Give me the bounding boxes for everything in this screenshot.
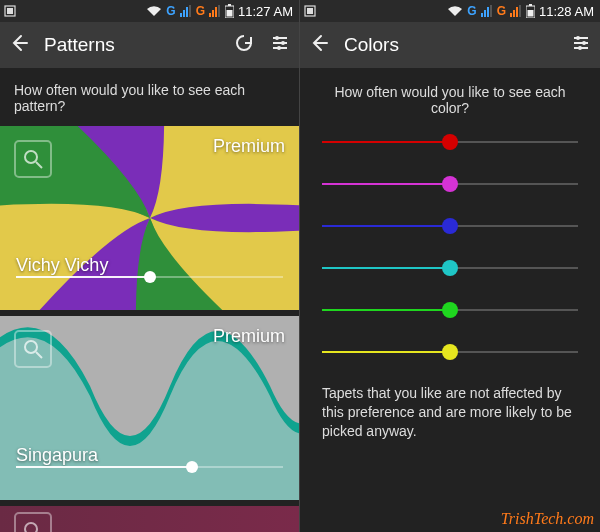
svg-rect-1 [7, 8, 13, 14]
svg-rect-5 [189, 5, 191, 17]
sim2-label: G [497, 4, 506, 18]
phone-colors: G G 11:28 AM Colors How often would you … [300, 0, 600, 532]
signal1-icon [180, 5, 192, 17]
wifi-icon [146, 5, 162, 17]
color-frequency-slider[interactable] [322, 134, 578, 150]
page-title: Patterns [44, 34, 219, 56]
wifi-icon [447, 5, 463, 17]
watermark: TrishTech.com [501, 510, 594, 528]
colors-footnote: Tapets that you like are not affected by… [300, 360, 600, 441]
settings-sliders-icon[interactable] [269, 33, 291, 57]
pattern-name: Vichy Vichy [16, 255, 108, 276]
magnify-icon [23, 339, 43, 359]
svg-point-44 [578, 46, 582, 50]
action-bar: Colors [300, 22, 600, 68]
svg-point-22 [25, 341, 37, 353]
svg-rect-30 [487, 7, 489, 17]
color-frequency-slider[interactable] [322, 344, 578, 360]
sim1-label: G [166, 4, 175, 18]
screenshot-icon [304, 5, 316, 17]
screenshot-icon [4, 5, 16, 17]
preview-button[interactable] [14, 512, 52, 532]
color-frequency-slider[interactable] [322, 260, 578, 276]
svg-point-18 [277, 46, 281, 50]
svg-point-40 [576, 36, 580, 40]
pattern-list[interactable]: Premium Vichy Vichy [0, 126, 299, 532]
svg-rect-31 [490, 5, 492, 17]
colors-content: How often would you like to see each col… [300, 68, 600, 532]
signal1-icon [481, 5, 493, 17]
color-slider-list [300, 134, 600, 360]
pattern-card[interactable]: Premium Vichy Vichy [0, 126, 299, 310]
svg-rect-34 [516, 7, 518, 17]
svg-rect-28 [481, 13, 483, 17]
svg-point-42 [582, 41, 586, 45]
status-bar: G G 11:28 AM [300, 0, 600, 22]
svg-point-19 [25, 151, 37, 163]
back-icon[interactable] [8, 33, 30, 57]
pattern-frequency-slider[interactable] [16, 276, 283, 292]
back-icon[interactable] [308, 33, 330, 57]
svg-point-16 [281, 41, 285, 45]
svg-line-23 [36, 352, 42, 358]
svg-line-20 [36, 162, 42, 168]
refresh-icon[interactable] [233, 33, 255, 57]
patterns-question: How often would you like to see each pat… [0, 68, 299, 126]
page-title: Colors [344, 34, 556, 56]
signal2-icon [510, 5, 522, 17]
status-time: 11:27 AM [238, 4, 293, 19]
action-bar: Patterns [0, 22, 299, 68]
pattern-frequency-slider[interactable] [16, 466, 283, 482]
color-frequency-slider[interactable] [322, 176, 578, 192]
premium-badge: Premium [213, 136, 285, 157]
status-time: 11:28 AM [539, 4, 594, 19]
svg-rect-4 [186, 7, 188, 17]
battery-icon [225, 4, 234, 18]
svg-rect-32 [510, 13, 512, 17]
patterns-content: How often would you like to see each pat… [0, 68, 299, 532]
settings-sliders-icon[interactable] [570, 33, 592, 57]
svg-rect-29 [484, 10, 486, 17]
sim1-label: G [467, 4, 476, 18]
svg-rect-35 [519, 5, 521, 17]
svg-rect-9 [218, 5, 220, 17]
svg-rect-7 [212, 10, 214, 17]
color-frequency-slider[interactable] [322, 302, 578, 318]
svg-rect-33 [513, 10, 515, 17]
premium-badge: Premium [213, 326, 285, 347]
svg-rect-3 [183, 10, 185, 17]
svg-point-24 [25, 523, 37, 532]
svg-rect-27 [307, 8, 313, 14]
battery-icon [526, 4, 535, 18]
color-frequency-slider[interactable] [322, 218, 578, 234]
svg-rect-12 [227, 10, 233, 17]
magnify-icon [23, 149, 43, 169]
svg-rect-8 [215, 7, 217, 17]
status-bar: G G 11:27 AM [0, 0, 299, 22]
svg-rect-2 [180, 13, 182, 17]
preview-button[interactable] [14, 140, 52, 178]
pattern-card[interactable] [0, 506, 299, 532]
svg-rect-6 [209, 13, 211, 17]
signal2-icon [209, 5, 221, 17]
preview-button[interactable] [14, 330, 52, 368]
pattern-card[interactable]: Premium Singapura [0, 316, 299, 500]
pattern-name: Singapura [16, 445, 98, 466]
svg-rect-38 [528, 10, 534, 17]
colors-question: How often would you like to see each col… [300, 68, 600, 134]
magnify-icon [23, 521, 43, 532]
phone-patterns: G G 11:27 AM Patterns How often would yo… [0, 0, 300, 532]
sim2-label: G [196, 4, 205, 18]
svg-point-14 [275, 36, 279, 40]
